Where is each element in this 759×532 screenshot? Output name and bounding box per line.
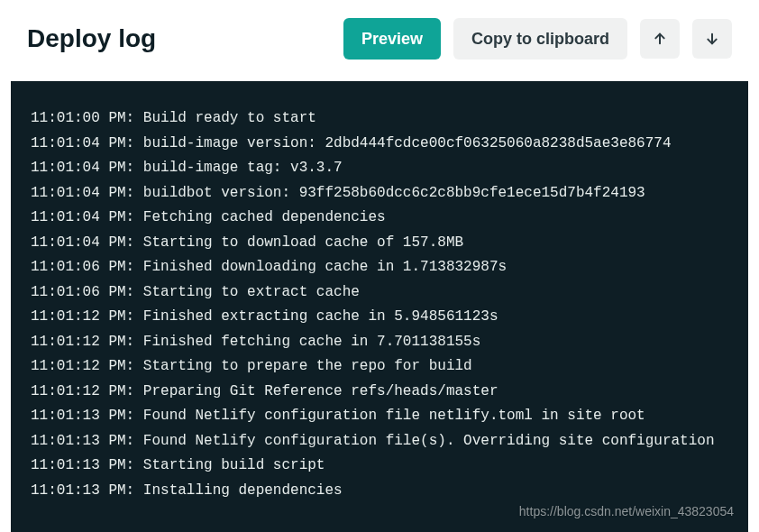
log-line: 11:01:04 PM: buildbot version: 93ff258b6… [31,181,728,206]
deploy-log-output[interactable]: 11:01:00 PM: Build ready to start11:01:0… [11,81,748,532]
log-line: 11:01:00 PM: Build ready to start [31,106,728,132]
log-line: 11:01:04 PM: build-image tag: v3.3.7 [31,156,728,181]
watermark-text: https://blog.csdn.net/weixin_43823054 [519,504,734,518]
copy-to-clipboard-button[interactable]: Copy to clipboard [453,18,627,60]
log-line: 11:01:13 PM: Found Netlify configuration… [31,429,728,454]
log-line: 11:01:12 PM: Finished extracting cache i… [31,305,728,330]
page-title: Deploy log [27,24,156,53]
log-line: 11:01:13 PM: Installing dependencies [31,479,728,504]
log-line: 11:01:04 PM: Starting to download cache … [31,231,728,256]
log-line: 11:01:06 PM: Finished downloading cache … [31,255,728,280]
header-actions: Preview Copy to clipboard [343,18,732,60]
scroll-down-button[interactable] [692,19,732,59]
log-line: 11:01:04 PM: Fetching cached dependencie… [31,206,728,231]
log-line: 11:01:04 PM: build-image version: 2dbd44… [31,132,728,157]
log-line: 11:01:13 PM: Found Netlify configuration… [31,404,728,429]
arrow-down-icon [705,32,719,46]
log-line: 11:01:13 PM: Starting build script [31,454,728,479]
arrow-up-icon [653,32,667,46]
log-line: 11:01:06 PM: Starting to extract cache [31,280,728,306]
preview-button[interactable]: Preview [343,18,441,60]
log-line: 11:01:12 PM: Starting to prepare the rep… [31,354,728,380]
log-line: 11:01:12 PM: Finished fetching cache in … [31,330,728,355]
log-line: 11:01:12 PM: Preparing Git Reference ref… [31,380,728,405]
scroll-up-button[interactable] [640,19,680,59]
header: Deploy log Preview Copy to clipboard [0,0,759,81]
